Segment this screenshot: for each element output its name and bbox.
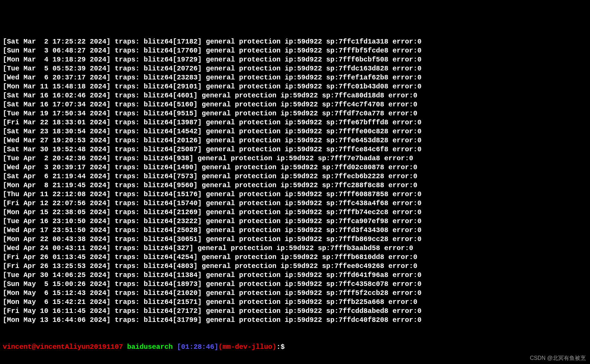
log-line: [Fri Apr 26 01:13:45 2024] traps: blitz6… [3,253,587,262]
log-line: [Tue Mar 19 17:50:34 2024] traps: blitz6… [3,109,587,118]
log-line: [Wed Apr 24 00:43:11 2024] traps: blitz6… [3,244,587,253]
log-line: [Sun Mar 3 06:48:27 2024] traps: blitz64… [3,46,587,55]
prompt-at: @ [32,343,36,352]
log-line: [Wed Mar 6 20:37:17 2024] traps: blitz64… [3,73,587,82]
log-line: [Fri Apr 26 13:25:53 2024] traps: blitz6… [3,262,587,271]
prompt-time: 01:28:46 [181,343,214,352]
log-line: [Mon Mar 4 19:18:29 2024] traps: blitz64… [3,55,587,64]
log-line: [Fri May 10 16:11:45 2024] traps: blitz6… [3,307,587,316]
log-line: [Sun May 5 15:00:26 2024] traps: blitz64… [3,280,587,289]
prompt-dir: baidusearch [127,343,173,352]
log-line: [Mon Apr 8 21:19:45 2024] traps: blitz64… [3,181,587,190]
shell-prompt[interactable]: vincent@vincentAliyun20191107 baidusearc… [3,343,587,352]
log-line: [Sat Mar 2 17:25:22 2024] traps: blitz64… [3,37,587,46]
log-line: [Mon May 13 16:44:06 2024] traps: blitz6… [3,316,587,325]
terminal-output[interactable]: [Sat Mar 2 17:25:22 2024] traps: blitz64… [3,37,587,325]
log-line: [Sat Mar 30 19:52:48 2024] traps: blitz6… [3,145,587,154]
log-line: [Wed Mar 27 19:20:53 2024] traps: blitz6… [3,136,587,145]
log-line: [Sat Apr 6 21:19:44 2024] traps: blitz64… [3,172,587,181]
log-line: [Wed Apr 17 23:51:50 2024] traps: blitz6… [3,226,587,235]
watermark-text: CSDN @北冥有鱼被烹 [530,355,586,362]
prompt-user: vincent [3,343,32,352]
log-line: [Sat Mar 16 16:02:46 2024] traps: blitz6… [3,91,587,100]
log-line: [Thu Apr 11 22:12:08 2024] traps: blitz6… [3,190,587,199]
prompt-symbol: :$ [276,343,289,352]
prompt-time-open: [ [173,343,181,352]
log-line: [Sat Mar 23 18:30:54 2024] traps: blitz6… [3,127,587,136]
log-line: [Wed Apr 3 20:39:17 2024] traps: blitz64… [3,163,587,172]
prompt-context: (mm-dev-jlluo) [218,343,276,352]
log-line: [Tue Apr 16 23:10:50 2024] traps: blitz6… [3,217,587,226]
log-line: [Mon Apr 22 00:43:38 2024] traps: blitz6… [3,235,587,244]
prompt-host: vincentAliyun20191107 [36,343,123,352]
log-line: [Tue Mar 5 05:52:39 2024] traps: blitz64… [3,64,587,73]
log-line: [Fri Mar 22 18:33:01 2024] traps: blitz6… [3,118,587,127]
log-line: [Tue Apr 2 20:42:36 2024] traps: blitz64… [3,154,587,163]
prompt-time-close: ] [214,343,218,352]
log-line: [Sat Mar 16 17:07:34 2024] traps: blitz6… [3,100,587,109]
log-line: [Mon May 6 15:12:43 2024] traps: blitz64… [3,289,587,298]
log-line: [Tue Apr 30 14:06:25 2024] traps: blitz6… [3,271,587,280]
prompt-space [123,343,127,352]
log-line: [Mon May 6 15:42:21 2024] traps: blitz64… [3,298,587,307]
log-line: [Fri Apr 12 22:07:56 2024] traps: blitz6… [3,199,587,208]
log-line: [Mon Apr 15 22:38:05 2024] traps: blitz6… [3,208,587,217]
log-line: [Mon Mar 11 15:48:18 2024] traps: blitz6… [3,82,587,91]
